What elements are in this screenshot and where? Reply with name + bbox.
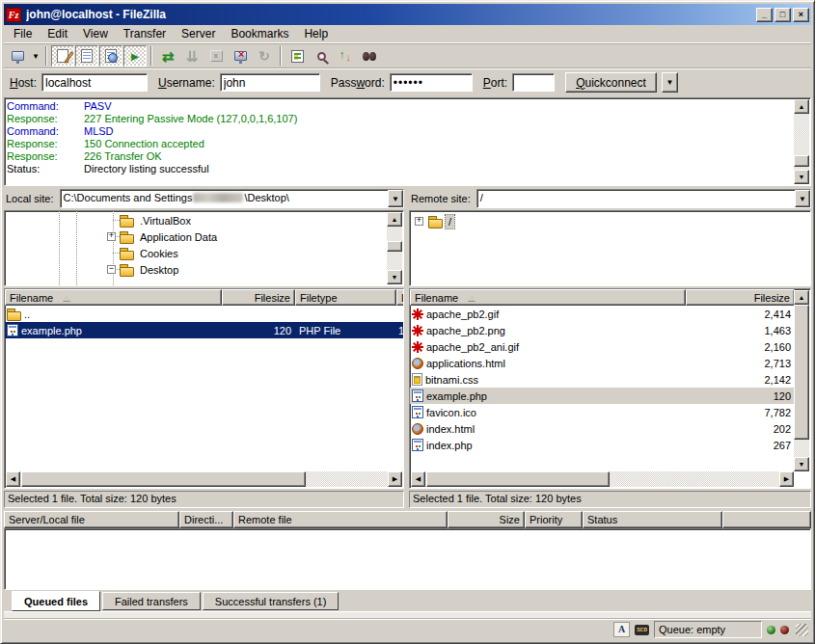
scroll-down-icon[interactable]: ▼ (794, 457, 809, 471)
site-manager-dropdown[interactable]: ▼ (30, 46, 41, 66)
toolbar: ▼ ► ⇄ ⇊ x × ↻ ↑↓ (4, 43, 811, 68)
scroll-up-icon[interactable]: ▲ (794, 99, 809, 114)
browser-panes: Local site: C:\Documents and Settings\De… (4, 189, 811, 508)
tab-queued-files[interactable]: Queued files (12, 591, 100, 611)
combo-dropdown-icon[interactable]: ▼ (388, 190, 403, 207)
tree-item[interactable]: Application Data (5, 228, 403, 245)
file-row[interactable]: .. (5, 306, 403, 322)
file-row[interactable]: applications.html 2,713 (410, 355, 795, 371)
tree-item[interactable]: Cookies (5, 245, 403, 261)
tab-successful-transfers[interactable]: Successful transfers (1) (203, 592, 340, 610)
file-type-icon (412, 325, 423, 336)
tree-expander-icon[interactable] (107, 265, 116, 274)
quickconnect-dropdown[interactable]: ▼ (662, 72, 678, 93)
host-input[interactable] (41, 73, 148, 92)
cancel-operation-button[interactable]: x (204, 45, 228, 67)
file-row-selected[interactable]: example.php 120 (410, 388, 795, 404)
column-header-filesize[interactable]: Filesize (686, 289, 795, 306)
reconnect-button[interactable]: ↻ (253, 45, 276, 67)
local-pane: Local site: C:\Documents and Settings\De… (4, 189, 404, 508)
tree-expander-icon[interactable] (415, 217, 423, 226)
directory-listing-filters-button[interactable] (285, 45, 309, 67)
resize-grip[interactable] (796, 624, 808, 636)
file-row[interactable]: favicon.ico 7,782 (410, 404, 795, 420)
maximize-button[interactable]: □ (774, 8, 791, 22)
scroll-up-icon[interactable]: ▲ (794, 290, 809, 305)
column-header-filesize[interactable]: Filesize (222, 289, 295, 306)
folder-icon (120, 230, 134, 244)
file-row[interactable]: apache_pb2.gif 2,414 (410, 306, 795, 322)
column-header-lastmodified[interactable]: L (396, 289, 404, 306)
column-header-status[interactable]: Status (583, 511, 722, 528)
local-site-path: C:\Documents and Settings\Desktop\ (61, 190, 388, 207)
file-row[interactable]: index.php 267 (410, 437, 795, 453)
tab-failed-transfers[interactable]: Failed transfers (102, 592, 201, 610)
file-row[interactable]: apache_pb2.png 1,463 (410, 322, 795, 338)
scrollbar-thumb[interactable] (794, 305, 809, 440)
scroll-left-icon[interactable]: ◀ (6, 471, 20, 487)
queue-body[interactable] (4, 528, 811, 590)
tree-item[interactable]: Desktop (5, 261, 403, 278)
menu-bookmarks[interactable]: Bookmarks (223, 25, 296, 42)
local-tree-vertical-scrollbar[interactable]: ▲ ▼ (387, 212, 402, 284)
menu-view[interactable]: View (75, 25, 116, 42)
scroll-up-icon[interactable]: ▲ (387, 212, 402, 227)
log-line: Response:227 Entering Passive Mode (127,… (5, 113, 793, 125)
scrollbar-thumb[interactable] (426, 471, 610, 487)
remote-site-combobox[interactable]: / ▼ (476, 189, 811, 208)
column-header-size[interactable]: Size (448, 511, 525, 528)
scroll-left-icon[interactable]: ◀ (411, 471, 425, 487)
column-header-filetype[interactable]: Filetype (295, 289, 396, 306)
remote-vertical-scrollbar[interactable]: ▲ ▼ (794, 290, 809, 471)
disconnect-button[interactable]: × (229, 45, 252, 67)
file-row[interactable]: bitnami.css 2,142 (410, 371, 795, 388)
directory-comparison-button[interactable] (310, 45, 333, 67)
file-row-selected[interactable]: example.php 120 PHP File 1 (5, 322, 403, 338)
menu-help[interactable]: Help (296, 25, 336, 42)
menu-edit[interactable]: Edit (40, 25, 75, 42)
scroll-right-icon[interactable]: ▶ (779, 471, 794, 487)
toggle-local-tree-button[interactable] (75, 45, 98, 67)
tree-item[interactable]: / (410, 213, 810, 229)
log-vertical-scrollbar[interactable]: ▲ ▼ (794, 99, 809, 184)
column-header-serverlocal[interactable]: Server/Local file (4, 511, 179, 528)
file-row[interactable]: index.html 202 (410, 420, 795, 437)
column-header-priority[interactable]: Priority (525, 511, 583, 528)
site-manager-button[interactable] (6, 45, 29, 67)
sort-ascending-icon (63, 295, 70, 301)
scroll-down-icon[interactable]: ▼ (387, 270, 402, 284)
menu-transfer[interactable]: Transfer (116, 25, 174, 42)
password-input[interactable] (390, 73, 473, 92)
toggle-transfer-queue-button[interactable]: ► (123, 45, 147, 67)
local-site-combobox[interactable]: C:\Documents and Settings\Desktop\ ▼ (60, 189, 404, 208)
tree-item[interactable]: .VirtualBox (5, 212, 403, 228)
synchronized-browsing-button[interactable]: ↑↓ (334, 45, 357, 67)
quickconnect-button[interactable]: Quickconnect (565, 72, 657, 93)
close-button[interactable]: × (793, 8, 809, 22)
scrollbar-thumb[interactable] (21, 471, 306, 487)
scrollbar-thumb[interactable] (794, 155, 809, 167)
tree-expander-icon[interactable] (107, 232, 116, 241)
column-header-filename[interactable]: Filename (5, 289, 222, 306)
scroll-down-icon[interactable]: ▼ (794, 170, 809, 184)
scrollbar-thumb[interactable] (387, 241, 402, 252)
log-line: Response:226 Transfer OK (5, 150, 793, 163)
local-horizontal-scrollbar[interactable]: ◀ ▶ (6, 471, 402, 487)
menu-server[interactable]: Server (174, 25, 223, 42)
combo-dropdown-icon[interactable]: ▼ (795, 190, 810, 207)
scroll-right-icon[interactable]: ▶ (388, 471, 402, 487)
column-header-direction[interactable]: Directi... (179, 511, 233, 528)
port-input[interactable] (512, 73, 555, 92)
file-row[interactable]: apache_pb2_ani.gif 2,160 (410, 338, 795, 355)
column-header-filename[interactable]: Filename (410, 289, 686, 306)
remote-horizontal-scrollbar[interactable]: ◀ ▶ (411, 471, 794, 487)
column-header-remotefile[interactable]: Remote file (233, 511, 448, 528)
process-queue-button[interactable]: ⇊ (180, 45, 204, 67)
find-files-button[interactable] (358, 45, 381, 67)
username-input[interactable] (220, 73, 320, 92)
toggle-message-log-button[interactable] (51, 45, 74, 67)
minimize-button[interactable]: _ (756, 8, 773, 22)
toggle-remote-tree-button[interactable] (99, 45, 122, 67)
refresh-button[interactable]: ⇄ (156, 45, 179, 67)
menu-file[interactable]: File (6, 25, 40, 42)
